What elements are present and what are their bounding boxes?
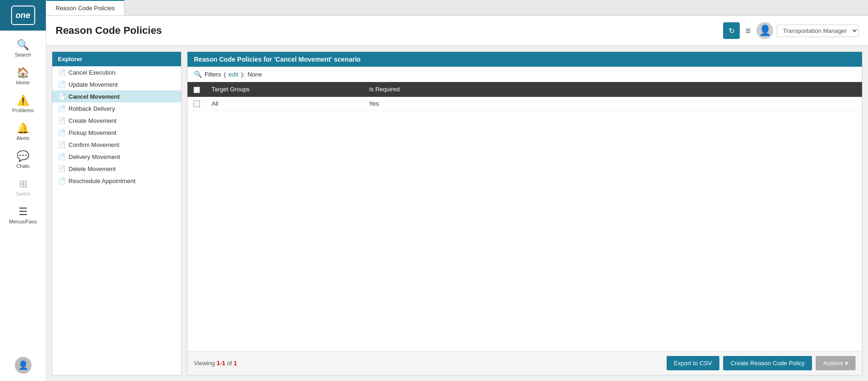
actions-button[interactable]: Actions ▾	[816, 356, 856, 370]
viewing-text: Viewing 1-1 of 1	[194, 360, 237, 367]
switch-icon: ⊞	[19, 178, 27, 190]
export-csv-button[interactable]: Export to CSV	[667, 356, 719, 370]
content-area: Explorer 📄 Cancel Execution 📄 Update Mov…	[46, 46, 868, 381]
explorer-panel: Explorer 📄 Cancel Execution 📄 Update Mov…	[52, 51, 181, 375]
explorer-item-confirm-movement[interactable]: 📄 Confirm Movement	[52, 139, 181, 151]
role-selector[interactable]: Transportation Manager	[777, 25, 859, 37]
sidebar-label-problems: Problems	[12, 108, 33, 113]
doc-icon-cancel-execution: 📄	[58, 69, 66, 76]
explorer-header: Explorer	[52, 52, 181, 66]
viewing-count: 1	[234, 360, 237, 367]
sidebar-label-switch: Switch	[15, 191, 30, 197]
explorer-label-create-movement: Create Movement	[69, 117, 116, 124]
actions-label: Actions	[823, 360, 843, 367]
explorer-item-pickup-movement[interactable]: 📄 Pickup Movement	[52, 127, 181, 139]
doc-icon-update-movement: 📄	[58, 81, 66, 88]
create-reason-code-policy-button[interactable]: Create Reason Code Policy	[723, 356, 812, 370]
col-header-target-groups: Target Groups	[206, 82, 363, 97]
right-panel: Reason Code Policies for 'Cancel Movemen…	[187, 51, 862, 375]
table-wrapper: Target Groups Is Required All Yes	[187, 82, 862, 351]
table-row: All Yes	[187, 97, 862, 111]
table-body: All Yes	[187, 97, 862, 111]
tab-bar: Reason Code Policies	[46, 0, 868, 16]
doc-icon-delete-movement: 📄	[58, 165, 66, 172]
menus-icon: ☰	[19, 206, 28, 218]
tab-reason-code-policies[interactable]: Reason Code Policies	[46, 0, 125, 15]
explorer-item-create-movement[interactable]: 📄 Create Movement	[52, 114, 181, 127]
filters-paren-open: (	[224, 71, 225, 78]
chats-icon: 💬	[17, 150, 29, 162]
doc-icon-delivery-movement: 📄	[58, 153, 66, 160]
results-table: Target Groups Is Required All Yes	[187, 82, 862, 111]
sidebar-label-chats: Chats	[16, 163, 30, 169]
explorer-label-rollback-delivery: Rollback Delivery	[69, 105, 115, 112]
right-panel-header: Reason Code Policies for 'Cancel Movemen…	[187, 52, 862, 67]
table-footer: Viewing 1-1 of 1 Export to CSV Create Re…	[187, 351, 862, 375]
doc-icon-rollback-delivery: 📄	[58, 105, 66, 112]
explorer-item-delivery-movement[interactable]: 📄 Delivery Movement	[52, 151, 181, 163]
filters-bar: 🔍 Filters ( edit ): None	[187, 67, 862, 82]
explorer-label-delivery-movement: Delivery Movement	[69, 153, 120, 160]
sidebar-item-alerts[interactable]: 🔔 Alerts	[0, 118, 46, 146]
actions-chevron-icon: ▾	[845, 360, 848, 367]
cell-target-groups: All	[206, 97, 363, 111]
menu-button[interactable]: ≡	[745, 25, 751, 36]
filters-edit-link[interactable]: edit	[229, 71, 238, 78]
header-actions: ↻ ≡ 👤 Transportation Manager	[723, 22, 859, 39]
filters-label: Filters	[205, 71, 221, 78]
table-header-row: Target Groups Is Required	[187, 82, 862, 97]
row-checkbox[interactable]	[194, 101, 200, 107]
explorer-label-reschedule-appointment: Reschedule Appointment	[69, 178, 136, 184]
select-all-checkbox[interactable]	[194, 87, 200, 93]
alerts-icon: 🔔	[17, 122, 29, 134]
header-avatar: 👤	[756, 22, 773, 39]
row-checkbox-cell[interactable]	[187, 97, 206, 111]
sidebar-item-switch[interactable]: ⊞ Switch	[0, 173, 46, 201]
home-icon: 🏠	[17, 67, 29, 79]
doc-icon-pickup-movement: 📄	[58, 129, 66, 136]
viewing-range: 1-1	[217, 360, 225, 367]
sidebar-item-chats[interactable]: 💬 Chats	[0, 146, 46, 173]
explorer-label-cancel-execution: Cancel Execution	[69, 69, 115, 76]
page-title: Reason Code Policies	[56, 25, 723, 37]
sidebar-label-menus: Menus/Favs	[9, 219, 37, 224]
logo-box: one	[11, 6, 35, 25]
explorer-label-delete-movement: Delete Movement	[69, 165, 116, 172]
viewing-label: Viewing	[194, 360, 217, 367]
sidebar-item-home[interactable]: 🏠 Home	[0, 62, 46, 90]
sidebar-label-search: Search	[15, 52, 31, 57]
select-all-header[interactable]	[187, 82, 206, 97]
footer-buttons: Export to CSV Create Reason Code Policy …	[667, 356, 856, 370]
sidebar-item-menus[interactable]: ☰ Menus/Favs	[0, 201, 46, 229]
explorer-item-rollback-delivery[interactable]: 📄 Rollback Delivery	[52, 102, 181, 114]
problems-icon: ⚠️	[17, 95, 29, 107]
user-avatar: 👤	[15, 357, 31, 374]
doc-icon-reschedule-appointment: 📄	[58, 177, 66, 184]
explorer-item-delete-movement[interactable]: 📄 Delete Movement	[52, 163, 181, 175]
explorer-label-update-movement: Update Movement	[69, 81, 118, 88]
explorer-item-update-movement[interactable]: 📄 Update Movement	[52, 78, 181, 90]
viewing-of: of	[227, 360, 233, 367]
page-header: Reason Code Policies ↻ ≡ 👤 Transportatio…	[46, 16, 868, 46]
filter-search-icon: 🔍	[194, 70, 202, 78]
explorer-item-cancel-movement[interactable]: 📄 Cancel Movement	[52, 90, 181, 102]
sidebar-item-search[interactable]: 🔍 Search	[0, 34, 46, 62]
doc-icon-create-movement: 📄	[58, 117, 66, 124]
explorer-item-reschedule-appointment[interactable]: 📄 Reschedule Appointment	[52, 175, 181, 187]
refresh-button[interactable]: ↻	[723, 22, 740, 39]
sidebar-label-alerts: Alerts	[16, 135, 29, 141]
explorer-label-pickup-movement: Pickup Movement	[69, 129, 116, 136]
explorer-label-cancel-movement: Cancel Movement	[69, 93, 120, 100]
sidebar: one 🔍 Search 🏠 Home ⚠️ Problems 🔔 Alerts…	[0, 0, 46, 381]
cell-is-required: Yes	[363, 97, 424, 111]
search-icon: 🔍	[17, 39, 29, 51]
explorer-item-cancel-execution[interactable]: 📄 Cancel Execution	[52, 66, 181, 78]
app-logo: one	[0, 0, 46, 31]
doc-icon-cancel-movement: 📄	[58, 93, 66, 100]
doc-icon-confirm-movement: 📄	[58, 141, 66, 148]
sidebar-item-problems[interactable]: ⚠️ Problems	[0, 90, 46, 118]
user-area: 👤 Transportation Manager	[756, 22, 859, 39]
cell-row-actions	[424, 97, 862, 111]
sidebar-label-home: Home	[16, 80, 30, 85]
sidebar-item-avatar[interactable]: 👤	[0, 352, 46, 381]
